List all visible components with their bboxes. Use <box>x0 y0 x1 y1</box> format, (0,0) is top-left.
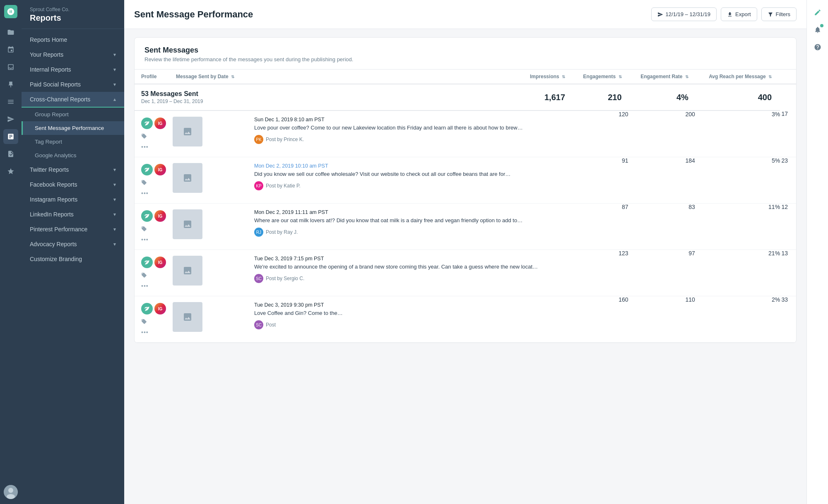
nav-inbox-icon[interactable] <box>3 60 18 74</box>
avg-reach-value: 23 <box>780 157 796 204</box>
sort-icon: ⇅ <box>768 74 772 79</box>
sidebar-subitem-tag-report[interactable]: Tag Report <box>22 135 124 149</box>
engagements-value: 97 <box>628 250 695 296</box>
sidebar-item-cross-channel-reports[interactable]: Cross-Channel Reports ▴ <box>22 92 124 108</box>
col-avg-reach[interactable]: Avg Reach per Message ⇅ <box>695 70 780 84</box>
table-row: IG ••• Mon Dec 2, 2019 11:11 am PST Wher… <box>135 204 796 250</box>
avg-reach-value: 12 <box>780 204 796 250</box>
sidebar-header: Sprout Coffee Co. Reports <box>22 0 124 29</box>
sidebar-item-twitter-reports[interactable]: Twitter Reports ▾ <box>22 162 124 177</box>
tag-icon[interactable] <box>141 226 147 233</box>
summary-engagements: 210 <box>572 84 628 110</box>
message-thumbnail <box>173 209 202 239</box>
tag-icon[interactable] <box>141 319 147 326</box>
nav-star-icon[interactable] <box>3 164 18 179</box>
sidebar-nav: Reports Home Your Reports ▾ Internal Rep… <box>22 29 124 270</box>
chevron-down-icon: ▾ <box>113 167 116 173</box>
message-thumbnail <box>173 256 202 286</box>
sidebar-item-paid-social-reports[interactable]: Paid Social Reports ▾ <box>22 77 124 92</box>
tag-icon[interactable] <box>141 133 147 140</box>
sidebar-item-instagram-reports[interactable]: Instagram Reports ▾ <box>22 192 124 207</box>
sort-icon: ⇅ <box>685 74 688 79</box>
notification-icon[interactable] <box>810 22 825 37</box>
more-options-icon[interactable]: ••• <box>141 236 149 243</box>
company-name: Sprout Coffee Co. <box>30 7 116 12</box>
col-impressions[interactable]: Impressions ⇅ <box>248 70 572 84</box>
sidebar: Sprout Coffee Co. Reports Reports Home Y… <box>22 0 124 504</box>
instagram-icon: IG <box>154 303 166 314</box>
summary-engagement-rate: 4% <box>628 84 695 110</box>
chevron-down-icon: ▾ <box>113 182 116 187</box>
compose-icon[interactable] <box>810 5 825 20</box>
export-label: Export <box>735 11 751 17</box>
sidebar-item-linkedin-reports[interactable]: LinkedIn Reports ▾ <box>22 207 124 222</box>
icon-bar <box>0 0 22 504</box>
message-author: RJ Post by Ray J. <box>254 228 565 237</box>
chevron-down-icon: ▾ <box>113 52 116 58</box>
nav-pin-icon[interactable] <box>3 77 18 92</box>
author-avatar: PK <box>254 135 263 144</box>
impressions-value: 91 <box>572 157 628 204</box>
nav-calendar-icon[interactable] <box>3 42 18 57</box>
engagement-rate-value: 21% <box>695 250 780 296</box>
summary-date-range: Dec 1, 2019 – Dec 31, 2019 <box>141 98 241 104</box>
message-datetime[interactable]: Mon Dec 2, 2019 10:10 am PST <box>254 163 565 169</box>
author-avatar: RJ <box>254 228 263 237</box>
filters-button[interactable]: Filters <box>761 7 797 21</box>
main-content: Sent Message Performance 12/1/19 – 12/31… <box>124 0 806 504</box>
date-range-button[interactable]: 12/1/19 – 12/31/19 <box>651 7 717 21</box>
engagement-rate-value: 3% <box>695 110 780 157</box>
sidebar-item-internal-reports[interactable]: Internal Reports ▾ <box>22 62 124 77</box>
sidebar-item-reports-home[interactable]: Reports Home <box>22 32 124 47</box>
sidebar-item-customize-branding[interactable]: Customize Branding <box>22 252 124 266</box>
more-options-icon[interactable]: ••• <box>141 190 149 197</box>
col-message-date[interactable]: Message Sent by Date ⇅ <box>169 70 248 84</box>
sort-icon: ⇅ <box>231 74 234 79</box>
avg-reach-value: 17 <box>780 110 796 157</box>
nav-folder-icon[interactable] <box>3 25 18 40</box>
engagements-value: 110 <box>628 296 695 343</box>
chevron-down-icon: ▴ <box>113 97 116 102</box>
sidebar-subitem-sent-message-performance[interactable]: Sent Message Performance <box>22 121 124 135</box>
page-title: Sent Message Performance <box>134 9 651 20</box>
avg-reach-value: 33 <box>780 296 796 343</box>
instagram-icon: IG <box>154 210 166 222</box>
chevron-down-icon: ▾ <box>113 82 116 87</box>
sprout-icon <box>141 303 153 314</box>
more-options-icon[interactable]: ••• <box>141 144 149 150</box>
message-text: We're excited to announce the opening of… <box>254 263 565 271</box>
author-avatar: SC <box>254 320 263 329</box>
col-engagements[interactable]: Engagements ⇅ <box>572 70 628 84</box>
sidebar-item-advocacy-reports[interactable]: Advocacy Reports ▾ <box>22 237 124 252</box>
nav-send-icon[interactable] <box>3 112 18 127</box>
help-icon[interactable] <box>810 40 825 55</box>
message-text: Where are our oat milk lovers at!? Did y… <box>254 217 565 224</box>
more-options-icon[interactable]: ••• <box>141 283 149 289</box>
col-profile: Profile <box>135 70 169 84</box>
sprout-icon <box>141 257 153 268</box>
sidebar-item-pinterest-performance[interactable]: Pinterest Performance ▾ <box>22 222 124 237</box>
chevron-down-icon: ▾ <box>113 67 116 72</box>
export-button[interactable]: Export <box>721 7 757 21</box>
engagements-value: 83 <box>628 204 695 250</box>
user-avatar[interactable] <box>4 485 18 499</box>
sidebar-subitem-google-analytics[interactable]: Google Analytics <box>22 149 124 162</box>
nav-list-icon[interactable] <box>3 94 18 109</box>
card-description: Review the lifetime performance of the m… <box>144 56 786 62</box>
tag-icon[interactable] <box>141 272 147 279</box>
messages-sent-count: 53 Messages Sent <box>141 90 241 98</box>
sidebar-item-your-reports[interactable]: Your Reports ▾ <box>22 47 124 62</box>
app-logo <box>4 5 17 18</box>
nav-chart-icon[interactable] <box>3 129 18 144</box>
tag-icon[interactable] <box>141 180 147 187</box>
col-engagement-rate[interactable]: Engagement Rate ⇅ <box>628 70 695 84</box>
sidebar-subitem-group-report[interactable]: Group Report <box>22 108 124 121</box>
filters-label: Filters <box>776 11 790 17</box>
sidebar-item-facebook-reports[interactable]: Facebook Reports ▾ <box>22 177 124 192</box>
engagement-rate-value: 11% <box>695 204 780 250</box>
sprout-icon <box>141 210 153 222</box>
more-options-icon[interactable]: ••• <box>141 329 149 336</box>
nav-tasks-icon[interactable] <box>3 146 18 161</box>
summary-impressions: 1,617 <box>248 84 572 110</box>
notification-badge <box>820 24 823 27</box>
